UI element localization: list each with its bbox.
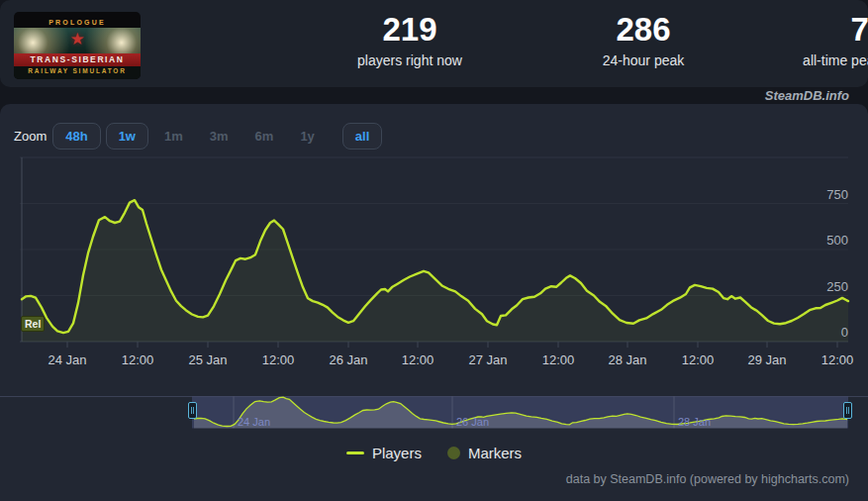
x-axis-label: 12:00	[527, 352, 590, 367]
stat-2: 775all-time peak 5 days ago	[749, 10, 868, 68]
x-axis-label: 12:00	[246, 352, 310, 367]
x-axis-label: 29 Jan	[735, 352, 799, 367]
legend-item-players[interactable]: Players	[346, 445, 422, 461]
x-axis-label: 12:00	[106, 352, 169, 367]
navigator-label: 26 Jan	[456, 416, 489, 428]
header-stats-bar: PROLOGUE ★ TRANS-SIBERIAN RAILWAY SIMULA…	[0, 0, 868, 87]
banner-artwork: ★	[14, 28, 141, 53]
y-axis-label-500: 500	[809, 233, 848, 248]
release-flag[interactable]: Rel	[21, 316, 45, 332]
players-line-swatch-icon	[346, 451, 364, 454]
x-axis-label: 12:00	[386, 352, 449, 367]
credits-link[interactable]: data by SteamDB.info (powered by highcha…	[566, 472, 849, 486]
chart-legend: Players Markers	[0, 445, 868, 461]
stat-label: all-time peak 5 days ago	[749, 52, 868, 68]
banner-prologue-text: PROLOGUE	[14, 17, 141, 28]
legend-item-markers[interactable]: Markers	[447, 445, 522, 461]
navigator-handle-right[interactable]	[843, 402, 852, 419]
stats-row: 219players right now28624-hour peak775al…	[148, 0, 868, 87]
chart-card: Zoom 48h1w1m3m6m1yall 025050075024 Jan12…	[0, 104, 868, 501]
steamdb-chart-page: PROLOGUE ★ TRANS-SIBERIAN RAILWAY SIMULA…	[0, 0, 868, 501]
x-axis-label: 27 Jan	[456, 352, 520, 367]
x-axis-label: 25 Jan	[176, 352, 240, 367]
banner-title: TRANS-SIBERIAN	[14, 53, 141, 66]
x-axis-label: 28 Jan	[596, 352, 659, 367]
stat-0: 219players right now	[321, 10, 499, 68]
stat-value: 286	[554, 10, 732, 50]
legend-players-label: Players	[372, 445, 422, 461]
x-axis-label: 26 Jan	[317, 352, 380, 367]
y-axis-label-750: 750	[809, 187, 848, 202]
y-axis-label-250: 250	[809, 279, 848, 294]
steamdb-watermark-link[interactable]: SteamDB.info	[765, 87, 849, 104]
legend-markers-label: Markers	[468, 445, 522, 461]
chart-plot-area[interactable]	[0, 104, 868, 501]
x-axis-label: 12:00	[806, 352, 868, 367]
game-banner[interactable]: PROLOGUE ★ TRANS-SIBERIAN RAILWAY SIMULA…	[14, 12, 141, 79]
stat-label: 24-hour peak	[554, 52, 732, 68]
x-axis-label: 12:00	[666, 352, 729, 367]
navigator-label: 28 Jan	[678, 416, 711, 428]
stat-1: 28624-hour peak	[554, 10, 732, 68]
stat-value: 219	[321, 10, 499, 50]
red-star-icon: ★	[14, 29, 141, 50]
navigator-label: 24 Jan	[238, 416, 270, 428]
x-axis-label: 24 Jan	[36, 352, 99, 367]
stat-value: 775	[749, 10, 868, 50]
navigator-handle-left[interactable]	[188, 402, 197, 419]
banner-subtitle: RAILWAY SIMULATOR	[14, 66, 141, 79]
y-axis-label-0: 0	[809, 325, 848, 340]
markers-dot-swatch-icon	[447, 447, 460, 459]
stat-label: players right now	[321, 52, 499, 68]
